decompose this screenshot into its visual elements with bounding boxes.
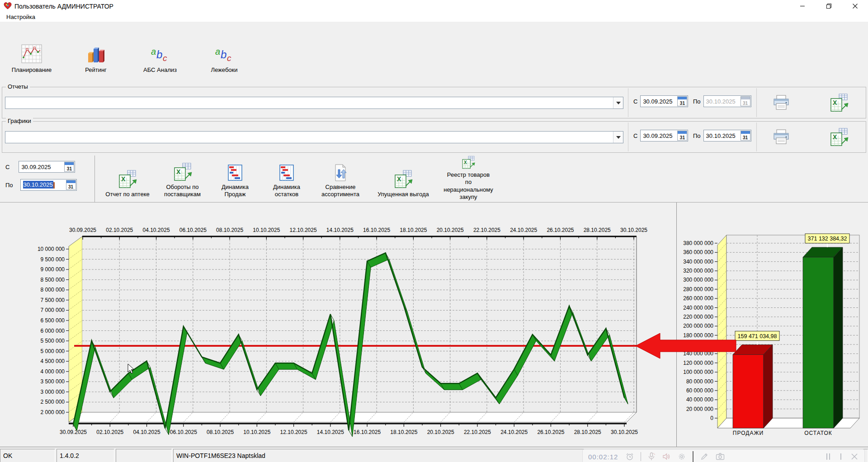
svg-text:22.10.2025: 22.10.2025 bbox=[464, 429, 491, 435]
calendar-icon[interactable]: 31 bbox=[741, 131, 750, 141]
gantt-icon bbox=[277, 163, 296, 182]
sales-line-chart: 10 000 0009 500 0009 000 0008 500 0008 0… bbox=[0, 203, 676, 447]
svg-text:240 000 000: 240 000 000 bbox=[683, 305, 713, 311]
svg-text:120 000 000: 120 000 000 bbox=[683, 360, 713, 366]
microphone-icon[interactable] bbox=[647, 452, 656, 461]
svg-text:3 500 000: 3 500 000 bbox=[41, 378, 65, 385]
svg-text:18.10.2025: 18.10.2025 bbox=[390, 429, 417, 435]
printer-icon bbox=[772, 94, 791, 113]
screen-recorder-toolbar: 00:02:12 bbox=[582, 449, 865, 462]
period-row: С 30.09.2025 31 По 30.10.2025 31 Отчет п… bbox=[0, 156, 868, 203]
period-from: С 30.09.2025 31 bbox=[5, 161, 75, 173]
button-irrational-purchase-register[interactable]: Реестр товаров по нерациональному закупу bbox=[439, 156, 498, 202]
calendar-icon[interactable]: 31 bbox=[677, 96, 687, 106]
pencil-icon[interactable] bbox=[700, 452, 709, 461]
reports-print-button[interactable] bbox=[771, 93, 792, 113]
svg-text:360 000 000: 360 000 000 bbox=[683, 249, 713, 255]
minimize-button[interactable] bbox=[789, 0, 816, 12]
svg-text:20.10.2025: 20.10.2025 bbox=[427, 429, 454, 435]
svg-text:80 000 000: 80 000 000 bbox=[686, 378, 713, 385]
svg-text:12.10.2025: 12.10.2025 bbox=[290, 227, 317, 233]
pause-icon[interactable] bbox=[825, 452, 832, 461]
svg-text:24.10.2025: 24.10.2025 bbox=[500, 429, 528, 435]
menu-item-settings[interactable]: Настройка bbox=[5, 13, 37, 21]
reports-combo-value bbox=[5, 97, 613, 108]
report-buttons-bar: Отчет по аптеке Обороты по поставщикам Д… bbox=[95, 156, 868, 202]
excel-export-icon bbox=[173, 162, 193, 182]
svg-text:200 000 000: 200 000 000 bbox=[683, 323, 713, 329]
to-label: По bbox=[693, 98, 701, 105]
toolbar-button-planning[interactable]: Планирование bbox=[6, 24, 57, 85]
calendar-icon[interactable]: 31 bbox=[66, 180, 76, 190]
restore-button[interactable] bbox=[816, 0, 842, 12]
svg-text:10.10.2025: 10.10.2025 bbox=[243, 429, 270, 435]
calendar-icon[interactable]: 31 bbox=[64, 162, 74, 172]
button-pharmacy-report[interactable]: Отчет по аптеке bbox=[100, 156, 155, 202]
gantt-icon bbox=[226, 163, 245, 182]
button-sales-dynamics[interactable]: Динамика Продаж bbox=[210, 156, 260, 202]
svg-text:14.10.2025: 14.10.2025 bbox=[326, 227, 354, 233]
reports-excel-export-button[interactable]: X bbox=[829, 93, 849, 113]
from-label: С bbox=[633, 98, 637, 105]
reports-combo-dropdown-button[interactable] bbox=[613, 97, 623, 108]
svg-text:340 000 000: 340 000 000 bbox=[683, 259, 713, 265]
svg-text:18.10.2025: 18.10.2025 bbox=[400, 227, 427, 233]
close-button[interactable] bbox=[842, 0, 868, 12]
status-cell-version: 1.4.0.2 bbox=[57, 449, 114, 462]
toolbar-button-lezheboki[interactable]: a b c Лежебоки bbox=[199, 24, 250, 85]
period-from-field[interactable]: 30.09.2025 31 bbox=[19, 161, 75, 173]
abc-icon: a b c bbox=[150, 45, 170, 65]
svg-text:14.10.2025: 14.10.2025 bbox=[317, 429, 344, 435]
button-supplier-turnover[interactable]: Обороты по поставщикам bbox=[156, 156, 208, 202]
svg-text:10.10.2025: 10.10.2025 bbox=[253, 227, 280, 233]
svg-text:159 471 034,98: 159 471 034,98 bbox=[738, 333, 777, 339]
reports-combobox[interactable] bbox=[5, 97, 623, 109]
camera-icon[interactable] bbox=[715, 452, 725, 461]
svg-text:30.10.2025: 30.10.2025 bbox=[620, 227, 647, 233]
svg-text:5 500 000: 5 500 000 bbox=[41, 338, 65, 344]
alarm-clock-icon[interactable] bbox=[625, 452, 634, 461]
charts-date-to: По 30.10.2025 31 bbox=[693, 130, 751, 141]
svg-text:X: X bbox=[833, 99, 837, 106]
menu-bar: Настройка bbox=[0, 12, 868, 22]
charts-print-button[interactable] bbox=[771, 127, 792, 148]
charts-combo-dropdown-button[interactable] bbox=[613, 132, 623, 143]
calendar-icon: 31 bbox=[741, 96, 750, 106]
toolbar-button-rating[interactable]: Рейтинг bbox=[71, 24, 121, 85]
chevron-down-icon bbox=[616, 102, 621, 104]
svg-text:8 500 000: 8 500 000 bbox=[41, 277, 65, 283]
app-heart-icon bbox=[4, 2, 12, 10]
gear-icon[interactable] bbox=[677, 452, 686, 461]
svg-text:22.10.2025: 22.10.2025 bbox=[473, 227, 500, 233]
svg-text:c: c bbox=[227, 53, 231, 63]
svg-text:100 000 000: 100 000 000 bbox=[683, 369, 713, 375]
close-recording-icon[interactable] bbox=[850, 452, 859, 461]
svg-text:28.10.2025: 28.10.2025 bbox=[584, 227, 611, 233]
charts-excel-export-button[interactable]: X bbox=[829, 127, 849, 148]
reports-from-field[interactable]: 30.09.2025 31 bbox=[640, 95, 688, 107]
svg-text:4 500 000: 4 500 000 bbox=[41, 358, 65, 364]
svg-text:02.10.2025: 02.10.2025 bbox=[96, 429, 123, 435]
calendar-icon[interactable]: 31 bbox=[677, 131, 687, 141]
charts-to-field[interactable]: 30.10.2025 31 bbox=[703, 130, 751, 141]
toolbar-label-planning: Планирование bbox=[12, 66, 52, 73]
to-label: По bbox=[5, 182, 13, 189]
svg-text:08.10.2025: 08.10.2025 bbox=[216, 227, 243, 233]
svg-text:24.10.2025: 24.10.2025 bbox=[510, 227, 537, 233]
period-to-field[interactable]: 30.10.2025 31 bbox=[20, 179, 77, 191]
charts-from-field[interactable]: 30.09.2025 31 bbox=[640, 130, 688, 141]
svg-text:28.10.2025: 28.10.2025 bbox=[574, 429, 601, 435]
reports-date-from: С 30.09.2025 31 bbox=[633, 95, 688, 107]
button-assortment-compare[interactable]: Сравнение ассортимента bbox=[313, 156, 368, 202]
stop-icon[interactable] bbox=[838, 452, 844, 461]
from-label: С bbox=[633, 132, 637, 139]
svg-text:180 000 000: 180 000 000 bbox=[683, 332, 713, 339]
speaker-icon[interactable] bbox=[662, 452, 671, 461]
reports-to-field: 30.10.2025 31 bbox=[703, 95, 751, 107]
button-lost-profit[interactable]: Упущенная выгода bbox=[369, 156, 437, 202]
svg-text:16.10.2025: 16.10.2025 bbox=[354, 429, 381, 435]
button-stock-dynamics[interactable]: Динамика остатков bbox=[262, 156, 311, 202]
toolbar-button-abc-analysis[interactable]: a b c АБС Анализ bbox=[135, 24, 185, 85]
svg-text:2 500 000: 2 500 000 bbox=[41, 399, 65, 405]
charts-combobox[interactable] bbox=[5, 131, 623, 143]
